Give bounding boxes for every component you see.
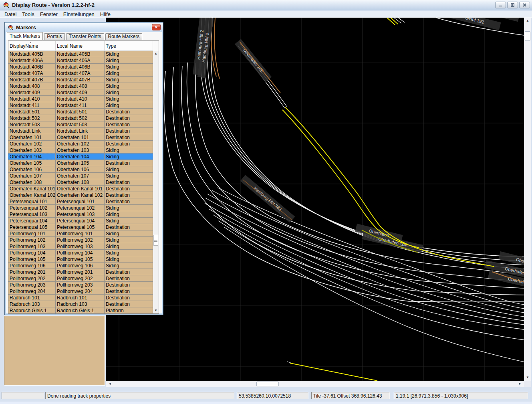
table-row[interactable]: Nordstadt 409Nordstadt 409Siding	[8, 89, 153, 96]
menu-item-einstellungen[interactable]: Einstellungen	[60, 11, 97, 17]
table-body: Nordstadt 405BNordstadt 405BSidingNordst…	[8, 51, 153, 313]
table-row[interactable]: Radbruch 103Radbruch 103Destination	[8, 301, 153, 307]
cell: Nordstadt 501	[56, 109, 105, 115]
map-horizontal-scrollbar[interactable]: ◄ ►	[106, 381, 524, 387]
table-row[interactable]: Nordstadt 410Nordstadt 410Siding	[8, 96, 153, 102]
list-scroll-up-icon[interactable]: ▲	[153, 51, 159, 57]
table-row[interactable]: Pollhornweg 104Pollhornweg 104Siding	[8, 250, 153, 256]
cell: Siding	[105, 147, 153, 153]
tab-transfer-points[interactable]: Transfer Points	[66, 33, 104, 40]
menu-item-tools[interactable]: Tools	[19, 11, 37, 17]
cell: Radbruch 101	[8, 295, 56, 301]
map-vertical-scrollbar[interactable]: ▲ ▼	[524, 18, 531, 381]
cell: Oberhafen Kanal 102	[56, 192, 105, 198]
menu-item-hilfe[interactable]: Hilfe	[97, 11, 113, 17]
dialog-close-button[interactable]: ✕	[152, 24, 161, 30]
table-row[interactable]: Nordstadt 405BNordstadt 405BSiding	[8, 51, 153, 57]
table-row[interactable]: Petersenquai 102Petersenquai 102Siding	[8, 205, 153, 211]
scroll-up-icon[interactable]: ▲	[524, 18, 531, 24]
table-row[interactable]: Oberhafen 101Oberhafen 101Destination	[8, 134, 153, 141]
cell: Destination	[105, 186, 153, 192]
column-header-type[interactable]: Type	[105, 41, 153, 51]
cell: Petersenquai 103	[56, 211, 105, 217]
table-row[interactable]: Oberhafen 102Oberhafen 102Destination	[8, 141, 153, 147]
cell: Oberhafen 101	[56, 134, 105, 140]
table-row[interactable]: Pollhornweg 204Pollhornweg 204Destinatio…	[8, 288, 153, 295]
table-row[interactable]: Oberhafen 105Oberhafen 105Destination	[8, 160, 153, 166]
table-row[interactable]: Petersenquai 103Petersenquai 103Siding	[8, 211, 153, 218]
cell: Destination	[105, 115, 153, 121]
cell: Petersenquai 104	[56, 218, 105, 224]
table-row[interactable]: Nordstadt 501Nordstadt 501Destination	[8, 109, 153, 115]
table-row[interactable]: Nordstadt 411Nordstadt 411Siding	[8, 102, 153, 109]
table-row[interactable]: Nordstadt 407BNordstadt 407BSiding	[8, 77, 153, 83]
minimize-button[interactable]	[495, 2, 506, 8]
menu-item-fenster[interactable]: Fenster	[37, 11, 60, 17]
cell: Destination	[105, 275, 153, 281]
cell: Petersenquai 101	[8, 198, 56, 204]
cell: Pollhornweg 201	[56, 269, 105, 275]
close-button[interactable]	[519, 2, 530, 8]
table-row[interactable]: Pollhornweg 201Pollhornweg 201Destinatio…	[8, 269, 153, 275]
table-row[interactable]: Pollhornweg 102Pollhornweg 102Siding	[8, 237, 153, 243]
horizontal-scroll-thumb[interactable]	[256, 382, 279, 386]
cell: Destination	[105, 179, 153, 185]
table-row[interactable]: Nordstadt 502Nordstadt 502Destination	[8, 115, 153, 121]
scroll-right-icon[interactable]: ►	[517, 381, 523, 387]
tab-portals[interactable]: Portals	[44, 33, 64, 40]
scroll-left-icon[interactable]: ◄	[107, 381, 113, 387]
tab-route-markers[interactable]: Route Markers	[105, 33, 143, 40]
list-scroll-thumb[interactable]	[153, 235, 158, 246]
cell: Nordstadt 408	[8, 83, 56, 89]
markers-table: DisplayName▲Local NameType Nordstadt 405…	[8, 40, 159, 314]
cell: Siding	[105, 166, 153, 172]
cell: Destination	[105, 198, 153, 204]
table-row[interactable]: Oberhafen Kanal 102Oberhafen Kanal 102De…	[8, 192, 153, 198]
tab-track-markers[interactable]: Track Markers	[7, 32, 43, 40]
cell: Siding	[105, 70, 153, 76]
table-row[interactable]: Petersenquai 101Petersenquai 101Destinat…	[8, 198, 153, 205]
cell: Siding	[105, 96, 153, 102]
table-row[interactable]: Nordstadt 407ANordstadt 407ASiding	[8, 70, 153, 77]
table-row[interactable]: Radbruch 101Radbruch 101Destination	[8, 295, 153, 301]
cell: Pollhornweg 103	[8, 243, 56, 249]
table-row[interactable]: Radbruch Gleis 1Radbruch Gleis 1Platform	[8, 307, 153, 313]
cell: Siding	[105, 263, 153, 269]
table-row[interactable]: Pollhornweg 202Pollhornweg 202Destinatio…	[8, 275, 153, 282]
cell: Petersenquai 104	[8, 218, 56, 224]
table-row[interactable]: Nordstadt 406ANordstadt 406ASiding	[8, 57, 153, 64]
table-row[interactable]: Oberhafen Kanal 101Oberhafen Kanal 101De…	[8, 186, 153, 192]
map-canvas[interactable]: Hamburg Hbf 2Hamburg Hbf 2Oberhafen 1053…	[106, 18, 524, 381]
table-row[interactable]: Pollhornweg 103Pollhornweg 103Siding	[8, 243, 153, 250]
table-row[interactable]: Pollhornweg 203Pollhornweg 203Destinatio…	[8, 282, 153, 288]
maximize-button[interactable]	[507, 2, 518, 8]
table-row[interactable]: Petersenquai 104Petersenquai 104Siding	[8, 218, 153, 224]
cell: Pollhornweg 203	[8, 282, 56, 288]
table-row[interactable]: Pollhornweg 101Pollhornweg 101Siding	[8, 230, 153, 237]
column-header-displayname[interactable]: DisplayName▲	[8, 41, 56, 51]
dialog-icon	[8, 25, 14, 30]
list-scrollbar[interactable]: ▲ ▼	[153, 51, 159, 313]
list-scroll-down-icon[interactable]: ▼	[153, 308, 159, 313]
cell: Destination	[105, 128, 153, 134]
table-row[interactable]: Oberhafen 107Oberhafen 107Siding	[8, 173, 153, 179]
table-row[interactable]: Petersenquai 105Petersenquai 105Destinat…	[8, 224, 153, 230]
column-header-local-name[interactable]: Local Name	[56, 41, 105, 51]
table-row[interactable]: Pollhornweg 105Pollhornweg 105Siding	[8, 256, 153, 263]
menu-item-datei[interactable]: Datei	[2, 11, 19, 17]
status-field: Done reading track properties	[45, 392, 234, 399]
table-row[interactable]: Oberhafen 103Oberhafen 103Siding	[8, 147, 153, 154]
table-row[interactable]: Nordstadt 503Nordstadt 503Destination	[8, 121, 153, 128]
vertical-scroll-thumb[interactable]	[525, 31, 530, 41]
scroll-down-icon[interactable]: ▼	[524, 374, 531, 381]
table-row[interactable]: Oberhafen 106Oberhafen 106Siding	[8, 166, 153, 173]
cell: Nordstadt 502	[56, 115, 105, 121]
table-row[interactable]: Nordstadt LinkNordstadt LinkDestination	[8, 128, 153, 134]
table-row[interactable]: Nordstadt 406BNordstadt 406BSiding	[8, 64, 153, 70]
table-row[interactable]: Pollhornweg 106Pollhornweg 106Siding	[8, 263, 153, 269]
table-row[interactable]: Nordstadt 408Nordstadt 408Siding	[8, 83, 153, 89]
table-row[interactable]: Oberhafen 104Oberhafen 104Siding	[8, 154, 153, 160]
cell: Siding	[105, 89, 153, 95]
cell: Petersenquai 105	[56, 224, 105, 230]
table-row[interactable]: Oberhafen 108Oberhafen 108Destination	[8, 179, 153, 186]
